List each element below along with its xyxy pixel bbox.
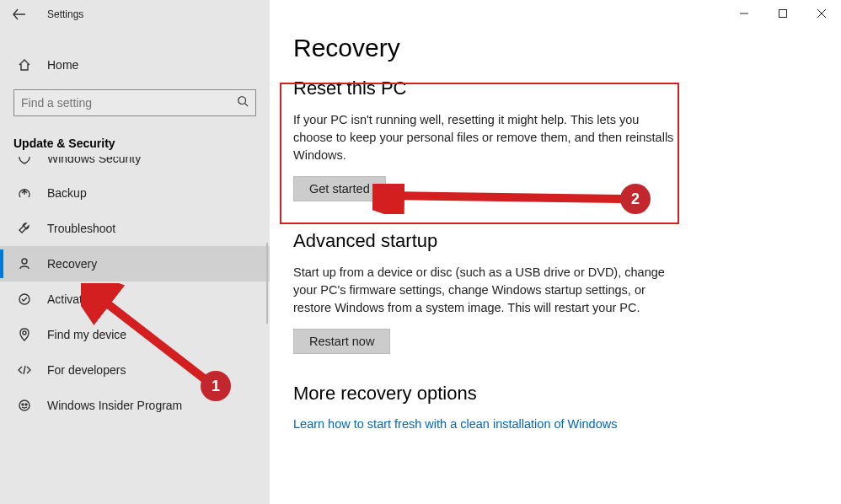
search-icon xyxy=(237,95,249,110)
sidebar-item-find-my-device[interactable]: Find my device xyxy=(0,317,270,352)
developer-icon xyxy=(17,362,32,378)
window-controls xyxy=(725,0,841,27)
sidebar-item-recovery[interactable]: Recovery xyxy=(0,246,270,281)
back-button[interactable] xyxy=(12,7,27,22)
sidebar-item-label: Activation xyxy=(47,292,99,306)
sidebar-item-label: For developers xyxy=(47,363,126,377)
svg-point-6 xyxy=(25,404,27,405)
sidebar: Settings Home Update & Security xyxy=(0,0,270,504)
restart-now-button[interactable]: Restart now xyxy=(293,329,390,354)
section-heading: Reset this PC xyxy=(293,78,811,99)
sidebar-item-for-developers[interactable]: For developers xyxy=(0,352,270,388)
section-body: Start up from a device or disc (such as … xyxy=(293,264,681,317)
shield-icon xyxy=(17,157,32,165)
wrench-icon xyxy=(17,221,32,236)
section-more-recovery-options: More recovery options Learn how to start… xyxy=(293,383,811,432)
section-advanced-startup: Advanced startup Start up from a device … xyxy=(293,230,811,354)
window-title: Settings xyxy=(47,8,83,20)
section-reset-this-pc: Reset this PC If your PC isn't running w… xyxy=(293,78,811,201)
main-content: Recovery Reset this PC If your PC isn't … xyxy=(270,0,841,504)
svg-point-1 xyxy=(22,259,27,264)
sidebar-item-label: Find my device xyxy=(47,328,126,341)
sidebar-item-backup[interactable]: Backup xyxy=(0,175,270,211)
get-started-button[interactable]: Get started xyxy=(293,176,386,201)
search-input[interactable] xyxy=(13,89,256,116)
page-title: Recovery xyxy=(293,34,811,62)
sidebar-item-label: Windows Security xyxy=(47,157,141,165)
insider-icon xyxy=(17,398,32,413)
section-body: If your PC isn't running well, resetting… xyxy=(293,111,681,164)
minimize-button[interactable] xyxy=(725,0,763,27)
sidebar-item-label: Home xyxy=(47,58,78,72)
sidebar-item-windows-security[interactable]: Windows Security xyxy=(0,157,270,175)
search-field[interactable] xyxy=(21,96,237,110)
maximize-button[interactable] xyxy=(763,0,802,27)
sidebar-nav: Windows Security Backup Troubleshoot xyxy=(0,157,270,504)
svg-point-2 xyxy=(19,294,29,304)
sidebar-item-home[interactable]: Home xyxy=(0,49,270,81)
sidebar-item-label: Windows Insider Program xyxy=(47,399,182,412)
sidebar-item-label: Troubleshoot xyxy=(47,222,115,235)
svg-point-3 xyxy=(23,331,26,335)
svg-rect-7 xyxy=(779,10,787,18)
home-icon xyxy=(17,57,32,72)
scrollbar-indicator[interactable] xyxy=(266,243,268,324)
start-fresh-link[interactable]: Learn how to start fresh with a clean in… xyxy=(293,417,617,431)
titlebar: Settings xyxy=(0,0,270,29)
location-icon xyxy=(17,327,32,342)
sidebar-item-activation[interactable]: Activation xyxy=(0,281,270,317)
close-button[interactable] xyxy=(802,0,841,27)
check-circle-icon xyxy=(17,292,32,307)
sidebar-section-title: Update & Security xyxy=(0,121,270,157)
sidebar-item-label: Backup xyxy=(47,186,87,200)
section-heading: More recovery options xyxy=(293,383,811,405)
sidebar-item-troubleshoot[interactable]: Troubleshoot xyxy=(0,211,270,246)
svg-point-0 xyxy=(238,97,246,105)
svg-point-5 xyxy=(22,404,24,405)
recovery-icon xyxy=(17,256,32,271)
sidebar-item-windows-insider[interactable]: Windows Insider Program xyxy=(0,388,270,423)
sidebar-item-label: Recovery xyxy=(47,257,97,271)
backup-icon xyxy=(17,185,32,201)
svg-point-4 xyxy=(19,400,29,410)
section-heading: Advanced startup xyxy=(293,230,811,252)
